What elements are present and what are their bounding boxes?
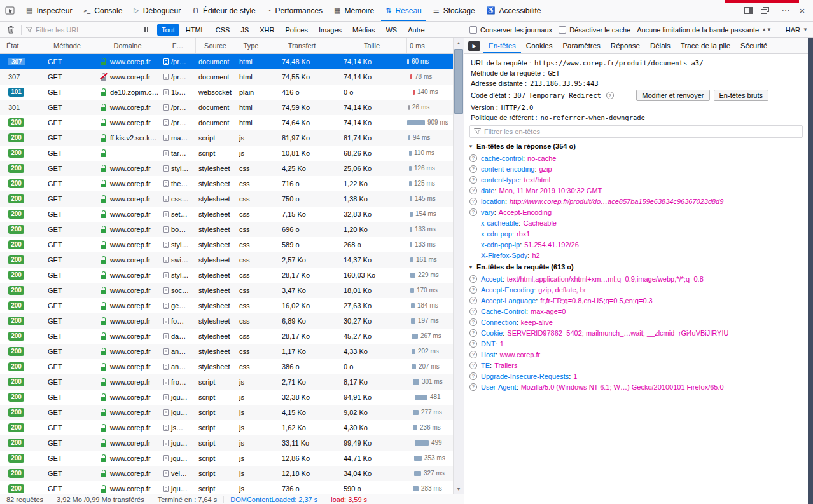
details-panel-icon[interactable]: ▶ bbox=[468, 41, 480, 51]
header-row[interactable]: ?Upgrade-Insecure-Requests:1 bbox=[464, 371, 808, 381]
column-header-domaine[interactable]: Domaine bbox=[95, 38, 160, 53]
request-row[interactable]: 200GETwww.corep.frbo…stylesheetcss696 o1… bbox=[0, 222, 453, 237]
header-help-icon[interactable]: ? bbox=[469, 383, 477, 391]
details-tab-delais[interactable]: Délais bbox=[645, 38, 676, 53]
header-help-icon[interactable]: ? bbox=[469, 275, 477, 283]
tool-tab-debogueur[interactable]: ▷Débogueur bbox=[128, 0, 186, 21]
header-value-link[interactable]: http://www.corep.fr/produit/do…ace857ba1… bbox=[510, 198, 723, 205]
details-tab-parametres[interactable]: Paramètres bbox=[557, 38, 605, 53]
close-devtools-button[interactable]: × bbox=[794, 3, 810, 19]
column-header-etat[interactable]: État bbox=[0, 38, 39, 53]
column-header-0-ms[interactable]: 0 ms bbox=[407, 38, 453, 53]
header-row[interactable]: ?content-type:text/html bbox=[464, 174, 808, 185]
scroll-up-icon[interactable]: ▲ bbox=[454, 38, 464, 48]
request-row[interactable]: 200GETwww.corep.frge…stylesheetcss16,02 … bbox=[0, 298, 453, 313]
request-row[interactable]: 307GETwww.corep.fr/pr…documenthtml74,55 … bbox=[0, 69, 453, 85]
request-row[interactable]: 200GETwww.corep.frfro…scriptjs2,71 Ko8,1… bbox=[0, 374, 453, 390]
separate-window-button[interactable] bbox=[756, 3, 773, 19]
filter-pill-polices[interactable]: Polices bbox=[281, 24, 312, 36]
filter-pill-css[interactable]: CSS bbox=[211, 24, 235, 36]
header-help-icon[interactable]: ? bbox=[469, 351, 477, 358]
tool-tab-reseau[interactable]: ⇅Réseau bbox=[380, 0, 427, 21]
header-row[interactable]: ?DNT:1 bbox=[464, 338, 808, 349]
column-header-f[interactable]: F… bbox=[160, 38, 196, 53]
header-help-icon[interactable]: ? bbox=[469, 187, 477, 194]
details-tab-trace-de-la-pile[interactable]: Trace de la pile bbox=[676, 38, 735, 53]
filter-pill-tout[interactable]: Tout bbox=[157, 24, 179, 36]
header-help-icon[interactable]: ? bbox=[469, 318, 477, 326]
header-row[interactable]: ?x-cdn-pop-ip:51.254.41.192/26 bbox=[464, 239, 808, 250]
request-row[interactable]: 200GETwww.corep.fr/pr…documenthtml74,64 … bbox=[0, 115, 453, 130]
header-row[interactable]: ?Accept-Language:fr,fr-FR;q=0.8,en-US;q=… bbox=[464, 295, 808, 306]
response-headers-section-toggle[interactable]: ▼ En-têtes de la réponse (354 o) bbox=[464, 140, 808, 153]
header-help-icon[interactable]: ? bbox=[469, 329, 477, 337]
request-row[interactable]: 200GETwww.corep.frstyl…stylesheetcss589 … bbox=[0, 237, 453, 252]
url-filter-input[interactable] bbox=[36, 26, 135, 34]
details-tab-reponse[interactable]: Réponse bbox=[606, 38, 645, 53]
header-row[interactable]: ?date:Mon, 11 Mar 2019 10:30:32 GMT bbox=[464, 185, 808, 196]
headers-filter-input[interactable] bbox=[484, 128, 798, 135]
request-row[interactable]: 200GETwww.corep.frjqu…scriptjs4,15 Ko9,8… bbox=[0, 405, 453, 420]
tool-tab-inspecteur[interactable]: ▤Inspecteur bbox=[20, 0, 78, 21]
scroll-down-icon[interactable]: ▼ bbox=[454, 484, 464, 494]
request-row[interactable]: 200GETwww.corep.frjs…scriptjs1,62 Ko4,30… bbox=[0, 420, 453, 435]
persist-logs-checkbox[interactable]: Conserver les journaux bbox=[469, 26, 552, 34]
header-row[interactable]: ?Accept:text/html,application/xhtml+xm…m… bbox=[464, 273, 808, 284]
disable-cache-checkbox[interactable]: Désactiver le cache bbox=[559, 26, 630, 34]
status-help-icon[interactable]: ? bbox=[606, 92, 614, 99]
details-tab-en-tetes[interactable]: En-têtes bbox=[483, 38, 521, 53]
column-header-type[interactable]: Type bbox=[235, 38, 267, 53]
request-row[interactable]: 200GETwww.corep.fran…stylesheetcss1,17 K… bbox=[0, 344, 453, 359]
har-menu[interactable]: HAR▼ bbox=[786, 26, 808, 34]
header-row[interactable]: ?TE:Trailers bbox=[464, 360, 808, 371]
header-row[interactable]: ?vary:Accept-Encoding bbox=[464, 207, 808, 217]
filter-pill-medias[interactable]: Médias bbox=[348, 24, 379, 36]
pause-traffic-button[interactable] bbox=[139, 23, 153, 37]
header-row[interactable]: ?User-Agent:Mozilla/5.0 (Windows NT 6.1;… bbox=[464, 381, 808, 392]
pick-element-button[interactable] bbox=[0, 0, 20, 21]
column-header-source[interactable]: Source bbox=[196, 38, 235, 53]
header-help-icon[interactable]: ? bbox=[469, 340, 477, 348]
request-row[interactable]: 200GETwww.corep.frvel…scriptjs12,18 Ko34… bbox=[0, 466, 453, 481]
header-row[interactable]: ?x-cacheable:Cacheable bbox=[464, 217, 808, 228]
header-row[interactable]: ?content-encoding:gzip bbox=[464, 163, 808, 174]
column-header-methode[interactable]: Méthode bbox=[39, 38, 95, 53]
request-row[interactable]: 200GETwww.corep.frstyl…stylesheetcss4,25… bbox=[0, 161, 453, 176]
request-row[interactable]: 200GETtar…scriptjs10,81 Ko68,26 Ko110 ms bbox=[0, 146, 453, 161]
request-row[interactable]: 200GETwww.corep.fran…stylesheetcss386 o0… bbox=[0, 359, 453, 374]
request-row[interactable]: 200GETwww.corep.frjqu…scriptjs33,11 Ko99… bbox=[0, 435, 453, 451]
tool-tab-console[interactable]: >_Console bbox=[78, 0, 128, 21]
request-row[interactable]: 200GETwww.corep.frcss…stylesheetcss750 o… bbox=[0, 191, 453, 207]
dock-side-button[interactable] bbox=[740, 3, 756, 19]
edit-resend-button[interactable]: Modifier et renvoyer bbox=[636, 90, 709, 101]
header-row[interactable]: ?location:http://www.corep.fr/produit/do… bbox=[464, 196, 808, 207]
request-row[interactable]: 200GETwww.corep.frda…stylesheetcss28,17 … bbox=[0, 329, 453, 344]
header-row[interactable]: ?X-Firefox-Spdy:h2 bbox=[464, 250, 808, 261]
details-tab-securite[interactable]: Sécurité bbox=[735, 38, 772, 53]
request-row[interactable]: 200GETwww.corep.frfo…stylesheetcss6,89 K… bbox=[0, 313, 453, 329]
filter-pill-images[interactable]: Images bbox=[314, 24, 346, 36]
header-row[interactable]: ?cache-control:no-cache bbox=[464, 153, 808, 163]
details-tab-cookies[interactable]: Cookies bbox=[521, 38, 558, 53]
header-help-icon[interactable]: ? bbox=[469, 372, 477, 380]
clear-requests-button[interactable] bbox=[3, 23, 19, 37]
request-row[interactable]: 101GETde10.zopim.c…15…websocketplain416 … bbox=[0, 85, 453, 100]
header-help-icon[interactable]: ? bbox=[469, 176, 477, 184]
header-row[interactable]: ?Cache-Control:max-age=0 bbox=[464, 306, 808, 317]
tool-tab-performances[interactable]: ◔Performances bbox=[261, 0, 328, 21]
request-row[interactable]: 200GETff.kis.v2.scr.k…ma…scriptjs81,97 K… bbox=[0, 130, 453, 146]
column-header-transfert[interactable]: Transfert bbox=[267, 38, 337, 53]
header-row[interactable]: ?Accept-Encoding:gzip, deflate, br bbox=[464, 284, 808, 295]
tool-tab-memoire[interactable]: ▦Mémoire bbox=[328, 0, 380, 21]
request-row[interactable]: 200GETwww.corep.frthe…stylesheetcss716 o… bbox=[0, 176, 453, 191]
filter-pill-js[interactable]: JS bbox=[236, 24, 253, 36]
header-help-icon[interactable]: ? bbox=[469, 308, 477, 315]
column-header-taille[interactable]: Taille bbox=[337, 38, 407, 53]
meatball-menu-button[interactable]: ⋯ bbox=[777, 3, 794, 19]
details-scrollbar[interactable] bbox=[808, 38, 813, 504]
header-row[interactable]: ?x-cdn-pop:rbx1 bbox=[464, 228, 808, 239]
request-row[interactable]: 200GETwww.corep.frjqu…scriptjs12,86 Ko44… bbox=[0, 451, 453, 466]
scrollbar-thumb[interactable] bbox=[454, 49, 463, 114]
header-help-icon[interactable]: ? bbox=[469, 165, 477, 173]
tool-tab-editeur-de-style[interactable]: {}Éditeur de style bbox=[186, 0, 261, 21]
